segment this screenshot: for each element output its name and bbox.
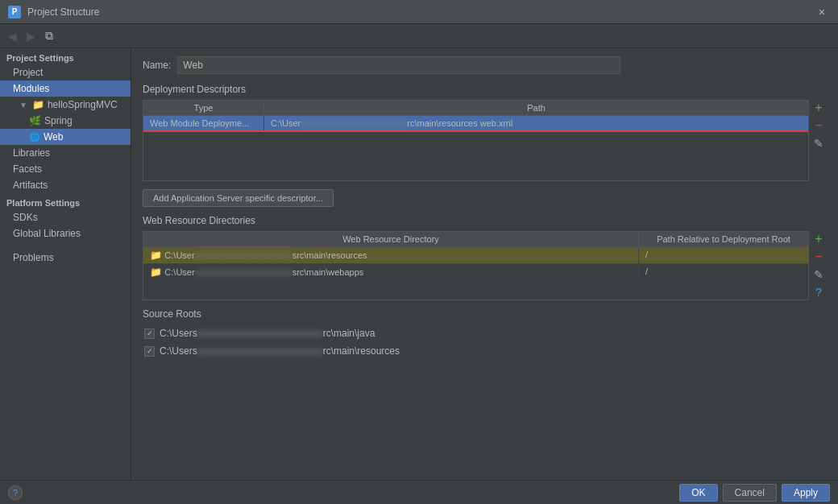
dd-edit-button[interactable]: ✎	[811, 135, 827, 151]
source-roots-section: Source Roots C:\Usersxxxxxxxxxxxxxxxxxxx…	[143, 308, 827, 360]
web-icon: 🌐	[29, 132, 40, 143]
sidebar-label-libraries: Libraries	[13, 147, 50, 159]
folder-icon-webapps: 📁	[150, 266, 164, 278]
dd-remove-button[interactable]: −	[811, 118, 827, 134]
wr-cell-path-resources: /	[639, 247, 808, 263]
tree-item-spring[interactable]: 🌿 Spring	[0, 113, 131, 129]
app-icon: P	[8, 6, 21, 19]
ok-button[interactable]: OK	[679, 484, 717, 502]
sidebar-label-sdks: SDKs	[13, 212, 38, 223]
wr-remove-button[interactable]: −	[811, 249, 827, 265]
wr-row-webapps[interactable]: 📁 C:\Userxxxxxxxxxxxxxxxxxxxxxxsrc\main\…	[143, 264, 808, 280]
wr-col-dir: Web Resource Directory	[143, 232, 639, 246]
content-area: Name: Deployment Descriptors Type Path W…	[131, 48, 838, 480]
dd-add-button[interactable]: +	[811, 100, 827, 116]
sidebar-label-artifacts: Artifacts	[13, 180, 48, 191]
cancel-button[interactable]: Cancel	[723, 484, 777, 502]
main-layout: Project Settings Project Modules ▼ 📁 hel…	[0, 48, 838, 480]
deployment-descriptors-table: Type Path Web Module Deployme... C:\User…	[143, 100, 809, 181]
web-resource-directories-title: Web Resource Directories	[143, 215, 827, 226]
sidebar-item-sdks[interactable]: SDKs	[0, 209, 131, 225]
source-root-resources: C:\Usersxxxxxxxxxxxxxxxxxxxxxxxxxxrc\mai…	[143, 342, 827, 360]
wr-side-buttons: + − ✎ ?	[811, 231, 827, 300]
window-title: Project Structure	[27, 6, 99, 18]
folder-icon: 📁	[32, 99, 44, 110]
wr-edit-button[interactable]: ✎	[811, 266, 827, 283]
sidebar-label-facets: Facets	[13, 163, 42, 175]
web-resource-directories-section: Web Resource Directory Path Relative to …	[143, 231, 827, 300]
dd-col-path: Path	[264, 101, 808, 115]
close-button[interactable]: ×	[814, 4, 830, 20]
source-root-java: C:\Usersxxxxxxxxxxxxxxxxxxxxxxxxxxrc\mai…	[143, 324, 827, 342]
dd-cell-type: Web Module Deployme...	[143, 116, 264, 130]
help-button[interactable]: ?	[8, 485, 23, 500]
source-root-resources-checkbox[interactable]	[144, 346, 155, 357]
folder-icon-resources: 📁	[150, 250, 164, 261]
bottom-bar: ? OK Cancel Apply	[0, 480, 838, 504]
name-label: Name:	[143, 60, 171, 71]
spring-icon: 🌿	[29, 115, 41, 126]
sidebar-label-project: Project	[13, 67, 43, 78]
back-button[interactable]: ◀	[5, 28, 20, 44]
project-settings-label: Project Settings	[0, 48, 131, 64]
sidebar-item-modules[interactable]: Modules	[0, 81, 131, 97]
web-resource-directories-table: Web Resource Directory Path Relative to …	[143, 231, 809, 300]
sidebar-label-modules: Modules	[13, 83, 49, 94]
sidebar-item-facets[interactable]: Facets	[0, 161, 131, 177]
wr-col-path: Path Relative to Deployment Root	[639, 232, 808, 246]
add-descriptor-button[interactable]: Add Application Server specific descript…	[143, 189, 334, 207]
source-root-resources-path: C:\Usersxxxxxxxxxxxxxxxxxxxxxxxxxxrc\mai…	[160, 345, 400, 357]
tree-item-web[interactable]: 🌐 Web	[0, 129, 131, 145]
forward-button[interactable]: ▶	[23, 28, 39, 44]
name-input[interactable]	[177, 56, 620, 74]
apply-button[interactable]: Apply	[782, 484, 830, 502]
source-root-java-path: C:\Usersxxxxxxxxxxxxxxxxxxxxxxxxxxrc\mai…	[160, 328, 375, 339]
title-bar-left: P Project Structure	[8, 6, 99, 19]
sidebar-item-project[interactable]: Project	[0, 64, 131, 81]
tree-label-web: Web	[44, 131, 63, 143]
dd-cell-path: C:\Userxxxxxxxxxxxxxxxxxxxxxxxxrc\main\r…	[264, 116, 808, 130]
dd-col-type: Type	[143, 101, 264, 115]
wr-add-button[interactable]: +	[811, 231, 827, 247]
sidebar-item-libraries[interactable]: Libraries	[0, 145, 131, 161]
title-bar: P Project Structure ×	[0, 0, 838, 24]
tree-arrow-icon: ▼	[19, 101, 27, 109]
sidebar: Project Settings Project Modules ▼ 📁 hel…	[0, 48, 131, 480]
source-roots-title: Source Roots	[143, 308, 827, 320]
dd-empty-area	[143, 132, 808, 180]
wr-cell-path-webapps: /	[639, 264, 808, 280]
tree-label-spring: Spring	[44, 115, 73, 126]
wr-row-resources[interactable]: 📁 C:\Userxxxxxxxxxxxxxxxxxxxxxxsrc\main\…	[143, 247, 808, 264]
wr-cell-dir-webapps: 📁 C:\Userxxxxxxxxxxxxxxxxxxxxxxsrc\main\…	[143, 264, 639, 280]
platform-settings-label: Platform Settings	[0, 193, 131, 209]
deployment-descriptors-title: Deployment Descriptors	[143, 84, 827, 95]
name-row: Name:	[143, 56, 827, 74]
dd-side-buttons: + − ✎	[811, 100, 827, 181]
toolbar: ◀ ▶ ⧉	[0, 24, 838, 48]
sidebar-item-artifacts[interactable]: Artifacts	[0, 177, 131, 193]
source-root-java-checkbox[interactable]	[144, 328, 155, 339]
tree-item-helloSpringMVC[interactable]: ▼ 📁 helloSpringMVC	[0, 97, 131, 113]
sidebar-label-global-libraries: Global Libraries	[13, 228, 81, 239]
wr-help-button[interactable]: ?	[811, 284, 827, 300]
sidebar-item-global-libraries[interactable]: Global Libraries	[0, 225, 131, 242]
tree-label-helloSpringMVC: helloSpringMVC	[48, 99, 118, 110]
dd-table-header: Type Path	[143, 101, 808, 116]
copy-button[interactable]: ⧉	[42, 27, 56, 44]
sidebar-item-problems[interactable]: Problems	[0, 250, 131, 266]
dd-table-row[interactable]: Web Module Deployme... C:\Userxxxxxxxxxx…	[143, 116, 808, 132]
sidebar-label-problems: Problems	[13, 252, 54, 263]
wr-cell-dir-resources: 📁 C:\Userxxxxxxxxxxxxxxxxxxxxxxsrc\main\…	[143, 247, 639, 263]
deployment-descriptors-section: Type Path Web Module Deployme... C:\User…	[143, 100, 827, 181]
wr-table-header: Web Resource Directory Path Relative to …	[143, 232, 808, 247]
